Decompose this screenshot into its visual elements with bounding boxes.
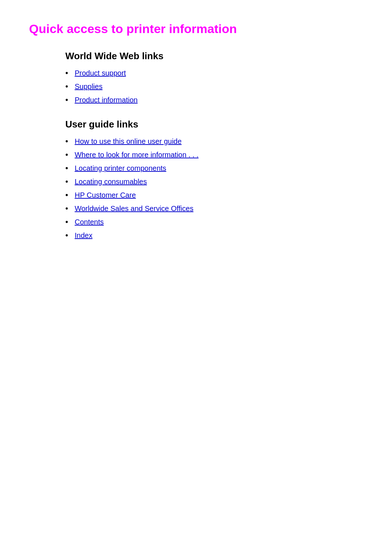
user-guide-links-list: • How to use this online user guide • Wh…	[65, 137, 363, 240]
content-area: World Wide Web links • Product support •…	[29, 50, 363, 240]
contents-link[interactable]: Contents	[75, 218, 104, 226]
bullet-icon: •	[65, 231, 68, 239]
bullet-icon: •	[65, 218, 68, 226]
bullet-icon: •	[65, 82, 68, 90]
user-guide-links-section: User guide links • How to use this onlin…	[65, 119, 363, 240]
list-item: • Where to look for more information . .…	[65, 151, 363, 159]
list-item: • Product information	[65, 96, 363, 104]
product-information-link[interactable]: Product information	[75, 96, 138, 104]
list-item: • Worldwide Sales and Service Offices	[65, 204, 363, 213]
bullet-icon: •	[65, 96, 68, 104]
page-title: Quick access to printer information	[29, 22, 363, 36]
list-item: • Locating consumables	[65, 178, 363, 186]
locating-consumables-link[interactable]: Locating consumables	[75, 178, 147, 186]
where-to-look-link[interactable]: Where to look for more information . . .	[75, 151, 199, 159]
list-item: • HP Customer Care	[65, 191, 363, 199]
locating-components-link[interactable]: Locating printer components	[75, 164, 166, 173]
product-support-link[interactable]: Product support	[75, 69, 126, 77]
user-guide-links-heading: User guide links	[65, 119, 363, 130]
bullet-icon: •	[65, 204, 68, 212]
list-item: • Contents	[65, 218, 363, 226]
bullet-icon: •	[65, 164, 68, 172]
worldwide-sales-link[interactable]: Worldwide Sales and Service Offices	[75, 204, 193, 213]
index-link[interactable]: Index	[75, 231, 93, 240]
list-item: • Locating printer components	[65, 164, 363, 173]
bullet-icon: •	[65, 151, 68, 159]
list-item: • Index	[65, 231, 363, 240]
list-item: • How to use this online user guide	[65, 137, 363, 146]
how-to-use-link[interactable]: How to use this online user guide	[75, 137, 182, 146]
www-links-list: • Product support • Supplies • Product i…	[65, 69, 363, 104]
hp-customer-care-link[interactable]: HP Customer Care	[75, 191, 136, 199]
list-item: • Supplies	[65, 82, 363, 91]
bullet-icon: •	[65, 137, 68, 145]
www-links-section: World Wide Web links • Product support •…	[65, 50, 363, 104]
supplies-link[interactable]: Supplies	[75, 82, 103, 91]
www-links-heading: World Wide Web links	[65, 50, 363, 62]
list-item: • Product support	[65, 69, 363, 77]
bullet-icon: •	[65, 69, 68, 77]
bullet-icon: •	[65, 191, 68, 199]
bullet-icon: •	[65, 178, 68, 186]
